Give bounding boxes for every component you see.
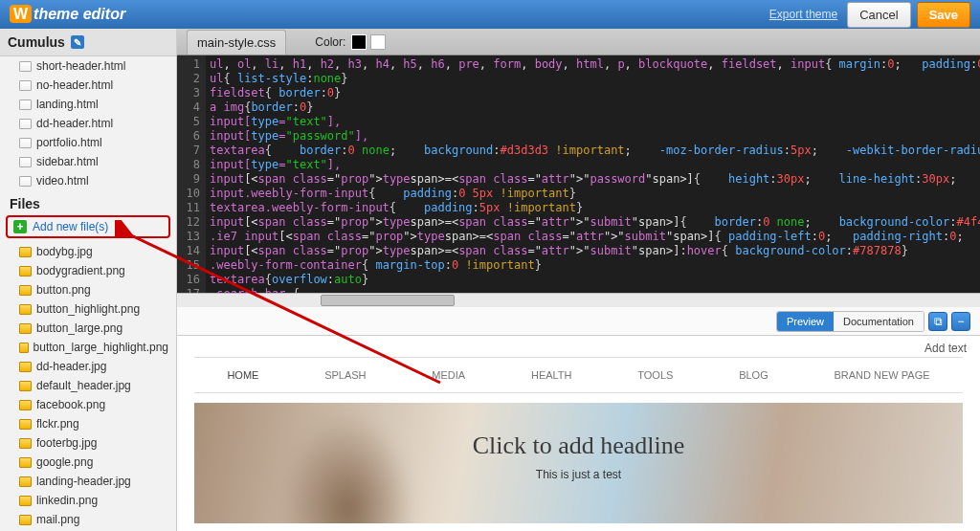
asset-file-item[interactable]: mail.png <box>0 510 176 529</box>
theme-name-row: Cumulus ✎ <box>0 29 176 56</box>
preview-toolbar: Preview Documentation ⧉ − <box>177 307 980 336</box>
file-label: button_large.png <box>36 321 122 335</box>
asset-file-item[interactable]: flckr.png <box>0 414 176 433</box>
editor-tabbar: main-style.css Color: <box>177 29 980 55</box>
scrollbar-thumb[interactable] <box>321 295 455 306</box>
image-file-icon <box>19 381 32 391</box>
nav-item[interactable]: SPLASH <box>317 367 373 383</box>
asset-file-item[interactable]: bodybg.jpg <box>0 242 176 261</box>
file-icon <box>19 119 32 129</box>
preview-doc-tabs: Preview Documentation <box>776 311 924 332</box>
file-label: button.png <box>36 283 91 297</box>
file-label: dd-header.html <box>36 117 113 130</box>
image-file-icon <box>19 496 32 506</box>
headline-placeholder[interactable]: Click to add headline <box>473 431 685 460</box>
preview-navbar: HOMESPLASHMEDIAHEALTHTOOLSBLOGBRAND NEW … <box>194 357 963 393</box>
file-label: no-header.html <box>36 78 113 92</box>
asset-file-item[interactable]: footerbg.jpg <box>0 433 176 453</box>
file-icon <box>19 100 32 110</box>
nav-item[interactable]: HOME <box>219 367 266 383</box>
file-label: portfolio.html <box>36 136 102 149</box>
expand-preview-icon[interactable]: ⧉ <box>928 312 947 331</box>
asset-file-item[interactable]: button_large.png <box>0 319 176 338</box>
main-pane: main-style.css Color: 1 2 3 4 5 6 7 8 9 … <box>177 29 980 531</box>
image-file-icon <box>19 515 32 525</box>
add-new-file-label: Add new file(s) <box>33 220 108 233</box>
code-lines[interactable]: ul, ol, li, h1, h2, h3, h4, h5, h6, pre,… <box>206 55 980 293</box>
asset-file-list: bodybg.jpgbodygradient.pngbutton.pngbutt… <box>0 242 176 531</box>
image-file-icon <box>19 266 32 277</box>
asset-file-item[interactable]: button_large_highlight.png <box>0 338 176 357</box>
color-swatch-dark[interactable] <box>351 34 367 50</box>
nav-item[interactable]: MEDIA <box>424 367 473 383</box>
file-icon <box>19 61 32 72</box>
file-label: bodygradient.png <box>36 264 125 277</box>
file-icon <box>19 176 32 187</box>
image-file-icon <box>19 362 32 372</box>
brand-w-icon: W <box>10 5 32 23</box>
image-file-icon <box>19 438 32 449</box>
asset-file-item[interactable]: bodygradient.png <box>0 261 176 280</box>
brand-text: theme editor <box>33 6 125 22</box>
theme-name: Cumulus <box>8 34 65 50</box>
html-file-item[interactable]: short-header.html <box>0 56 176 76</box>
file-label: google.png <box>36 455 93 469</box>
app-header: Wtheme editor Export theme Cancel Save <box>0 0 980 29</box>
file-label: facebook.png <box>36 398 105 411</box>
html-file-list: short-header.htmlno-header.htmllanding.h… <box>0 56 176 190</box>
file-label: flckr.png <box>36 417 79 431</box>
tab-preview[interactable]: Preview <box>777 312 834 331</box>
add-new-file-button[interactable]: + Add new file(s) <box>6 215 170 238</box>
file-label: linkedin.png <box>36 494 98 507</box>
nav-item[interactable]: HEALTH <box>523 367 580 383</box>
subtext[interactable]: This is just a test <box>473 468 685 481</box>
file-icon <box>19 157 32 167</box>
image-file-icon <box>19 400 32 410</box>
asset-file-item[interactable]: landing-header.jpg <box>0 472 176 491</box>
open-file-tab[interactable]: main-style.css <box>187 30 286 55</box>
preview-area: HOMESPLASHMEDIAHEALTHTOOLSBLOGBRAND NEW … <box>177 357 980 531</box>
file-icon <box>19 138 32 148</box>
nav-item[interactable]: BLOG <box>731 367 776 383</box>
html-file-item[interactable]: no-header.html <box>0 76 176 95</box>
asset-file-item[interactable]: facebook.png <box>0 395 176 414</box>
tab-documentation[interactable]: Documentation <box>834 312 924 331</box>
image-file-icon <box>19 285 32 296</box>
html-file-item[interactable]: portfolio.html <box>0 133 176 152</box>
asset-file-item[interactable]: button_highlight.png <box>0 299 176 319</box>
file-icon <box>19 80 32 91</box>
html-file-item[interactable]: video.html <box>0 171 176 190</box>
file-label: landing-header.jpg <box>36 475 131 488</box>
nav-item[interactable]: TOOLS <box>630 367 680 383</box>
nav-item[interactable]: BRAND NEW PAGE <box>827 367 938 383</box>
asset-file-item[interactable]: dd-header.jpg <box>0 357 176 376</box>
code-editor[interactable]: 1 2 3 4 5 6 7 8 9 10 11 12 13 14 15 16 1… <box>177 55 980 293</box>
save-button[interactable]: Save <box>917 2 970 28</box>
asset-file-item[interactable]: linkedin.png <box>0 491 176 510</box>
files-section-label: Files <box>0 190 176 213</box>
file-label: footerbg.jpg <box>36 436 97 450</box>
export-theme-link[interactable]: Export theme <box>769 8 837 21</box>
file-label: default_header.jpg <box>36 379 131 392</box>
add-text-link[interactable]: Add text <box>177 336 980 357</box>
collapse-preview-icon[interactable]: − <box>951 312 970 331</box>
file-label: mail.png <box>36 513 79 526</box>
asset-file-item[interactable]: google.png <box>0 453 176 472</box>
file-label: video.html <box>36 174 89 188</box>
html-file-item[interactable]: dd-header.html <box>0 114 176 133</box>
asset-file-item[interactable]: default_header.jpg <box>0 376 176 395</box>
html-file-item[interactable]: sidebar.html <box>0 152 176 171</box>
image-file-icon <box>19 247 32 257</box>
edit-theme-name-icon[interactable]: ✎ <box>71 35 84 49</box>
file-label: short-header.html <box>36 59 125 73</box>
color-swatch-light[interactable] <box>370 34 386 50</box>
plus-icon: + <box>13 220 27 233</box>
image-file-icon <box>19 343 29 353</box>
cancel-button[interactable]: Cancel <box>847 2 910 28</box>
editor-horizontal-scrollbar[interactable] <box>177 293 980 307</box>
asset-file-item[interactable]: button.png <box>0 280 176 299</box>
html-file-item[interactable]: landing.html <box>0 95 176 114</box>
hero-area[interactable]: Click to add headline This is just a tes… <box>194 403 963 523</box>
file-label: landing.html <box>36 98 99 111</box>
file-label: sidebar.html <box>36 155 99 168</box>
